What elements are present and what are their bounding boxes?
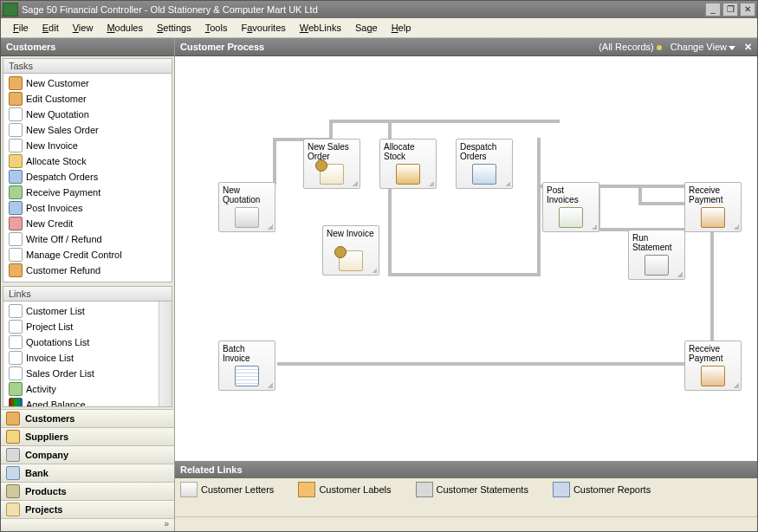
task-manage-credit-control[interactable]: Manage Credit Control: [5, 247, 170, 263]
projects-icon: [6, 503, 20, 516]
menu-edit[interactable]: Edit: [36, 21, 66, 35]
related-customer-labels[interactable]: Customer Labels: [298, 482, 391, 497]
menu-help[interactable]: Help: [385, 21, 418, 35]
menu-sage[interactable]: Sage: [348, 21, 385, 35]
resize-grip-icon: [505, 181, 510, 186]
task-new-credit[interactable]: New Credit: [5, 216, 170, 231]
node-receive-payment-2[interactable]: Receive Payment: [684, 341, 742, 391]
main-header: Customer Process (All Records) Change Vi…: [175, 38, 757, 56]
nav-collapse-toggle[interactable]: »: [1, 518, 174, 531]
node-batch-invoice[interactable]: Batch Invoice: [218, 341, 275, 391]
node-new-sales-order[interactable]: New Sales Order: [303, 139, 360, 189]
related-customer-reports[interactable]: Customer Reports: [553, 482, 651, 497]
task-post-invoices[interactable]: Post Invoices: [5, 200, 170, 216]
document-icon: [9, 248, 23, 262]
suppliers-icon: [6, 430, 20, 444]
nav-projects[interactable]: Projects: [1, 500, 174, 518]
node-run-statement[interactable]: Run Statement: [628, 230, 685, 280]
person-money-icon: [701, 207, 725, 228]
sidebar: Customers Tasks New Customer Edit Custom…: [1, 38, 175, 531]
menu-view[interactable]: View: [66, 21, 100, 35]
menu-file[interactable]: File: [6, 21, 36, 35]
sidebar-title: Customers: [1, 38, 174, 56]
restore-button[interactable]: ❐: [722, 3, 738, 16]
menu-favourites[interactable]: Favourites: [234, 21, 292, 35]
menu-bar: File Edit View Modules Settings Tools Fa…: [1, 18, 757, 38]
menu-modules[interactable]: Modules: [100, 21, 150, 35]
link-aged-balance[interactable]: Aged Balance: [5, 397, 170, 406]
close-view-button[interactable]: ✕: [744, 42, 752, 53]
box-icon: [396, 164, 420, 185]
resize-grip-icon: [677, 272, 683, 277]
minimize-button[interactable]: _: [705, 3, 721, 16]
content-area: Customers Tasks New Customer Edit Custom…: [1, 38, 757, 531]
window-title: Sage 50 Financial Controller - Old Stati…: [22, 4, 318, 15]
link-customer-list[interactable]: Customer List: [5, 303, 170, 319]
task-new-quotation[interactable]: New Quotation: [5, 107, 170, 122]
resize-grip-icon: [268, 383, 273, 388]
task-allocate-stock[interactable]: Allocate Stock: [5, 153, 170, 169]
process-canvas: New Quotation New Sales Order Allocate S…: [175, 56, 757, 461]
node-post-invoices[interactable]: Post Invoices: [542, 182, 599, 232]
link-project-list[interactable]: Project List: [5, 319, 170, 334]
menu-tools[interactable]: Tools: [198, 21, 235, 35]
money-icon: [9, 185, 23, 199]
related-customer-letters[interactable]: Customer Letters: [180, 482, 274, 497]
link-activity[interactable]: Activity: [5, 381, 170, 397]
link-invoice-list[interactable]: Invoice List: [5, 350, 170, 366]
record-filter[interactable]: (All Records): [599, 42, 662, 52]
link-sales-order-list[interactable]: Sales Order List: [5, 366, 170, 381]
nav-bank[interactable]: Bank: [1, 464, 174, 482]
chevron-down-icon: [729, 46, 735, 50]
links-list: Customer List Project List Quotations Li…: [3, 302, 172, 406]
document-icon: [9, 107, 23, 121]
main-area: Customer Process (All Records) Change Vi…: [175, 38, 757, 531]
nav-suppliers[interactable]: Suppliers: [1, 427, 174, 445]
bank-icon: [6, 466, 20, 480]
task-new-sales-order[interactable]: New Sales Order: [5, 122, 170, 138]
list-icon: [9, 335, 23, 349]
quotation-icon: [235, 207, 259, 228]
link-quotations-list[interactable]: Quotations List: [5, 334, 170, 350]
task-despatch-orders[interactable]: Despatch Orders: [5, 169, 170, 185]
filter-dot-icon: [657, 45, 662, 50]
truck-icon: [9, 170, 23, 184]
resize-grip-icon: [734, 383, 739, 388]
menu-weblinks[interactable]: WebLinks: [293, 21, 348, 35]
menu-settings[interactable]: Settings: [150, 21, 198, 35]
task-write-off-refund[interactable]: Write Off / Refund: [5, 231, 170, 247]
title-bar: Sage 50 Financial Controller - Old Stati…: [1, 1, 757, 18]
company-icon: [6, 448, 20, 462]
resize-grip-icon: [592, 224, 597, 230]
node-receive-payment[interactable]: Receive Payment: [684, 182, 742, 232]
gear-icon: [339, 250, 363, 271]
node-despatch-orders[interactable]: Despatch Orders: [456, 139, 513, 189]
activity-icon: [9, 382, 23, 396]
task-receive-payment[interactable]: Receive Payment: [5, 185, 170, 200]
nav-products[interactable]: Products: [1, 482, 174, 500]
related-customer-statements[interactable]: Customer Statements: [416, 482, 528, 497]
resize-grip-icon: [734, 224, 739, 230]
node-new-invoice[interactable]: New Invoice: [322, 225, 379, 276]
related-links-header: Related Links: [175, 461, 757, 478]
task-customer-refund[interactable]: Customer Refund: [5, 263, 170, 278]
task-new-customer[interactable]: New Customer: [5, 75, 170, 91]
grid-icon: [235, 366, 259, 386]
nav-company[interactable]: Company: [1, 445, 174, 464]
main-title: Customer Process: [180, 42, 590, 52]
change-view-dropdown[interactable]: Change View: [671, 42, 735, 52]
close-window-button[interactable]: ✕: [740, 3, 755, 16]
list-icon: [9, 367, 23, 380]
task-edit-customer[interactable]: Edit Customer: [5, 91, 170, 107]
nav-customers[interactable]: Customers: [1, 409, 174, 427]
resize-grip-icon: [353, 181, 358, 186]
links-scrollbar[interactable]: [159, 302, 172, 406]
node-allocate-stock[interactable]: Allocate Stock: [379, 139, 437, 189]
products-icon: [6, 484, 20, 498]
node-new-quotation[interactable]: New Quotation: [218, 182, 275, 232]
app-icon: [3, 3, 18, 16]
task-new-invoice[interactable]: New Invoice: [5, 138, 170, 153]
document-icon: [9, 139, 23, 152]
chart-icon: [9, 398, 23, 406]
person-money-icon: [701, 366, 725, 386]
